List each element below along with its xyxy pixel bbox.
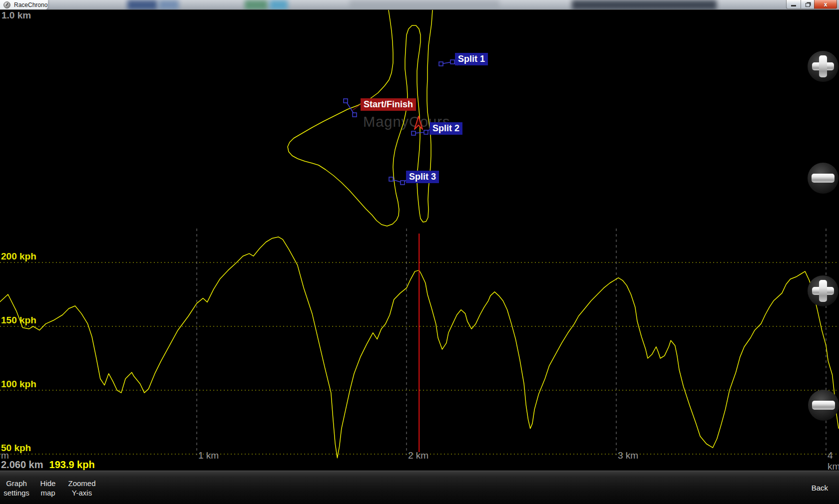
titlebar-blur-decor: [270, 0, 288, 10]
window-controls: x: [786, 0, 837, 9]
split-1-marker-handle-1[interactable]: [450, 60, 454, 64]
titlebar-blur-decor: [159, 0, 179, 10]
close-icon: x: [824, 1, 828, 8]
graph-plus-button[interactable]: [808, 275, 839, 306]
hide-map-label-line1: Hide: [40, 479, 56, 488]
start-finish-label[interactable]: Start/Finish: [361, 98, 416, 111]
graph-minus-button[interactable]: [808, 390, 839, 421]
split-1-label[interactable]: Split 1: [455, 53, 488, 65]
minimize-icon: [791, 5, 796, 6]
split-2-marker-handle-1[interactable]: [424, 130, 428, 134]
titlebar-blur-decor: [350, 0, 499, 10]
y-axis-label-150: 150 kph: [1, 315, 36, 326]
x-axis-label-1km: 1 km: [198, 450, 219, 461]
x-axis-label-4km: 4 km: [828, 450, 839, 472]
plus-icon: [819, 280, 827, 302]
zoomed-y-axis-label-line2: Y-axis: [72, 488, 92, 498]
map-minus-button[interactable]: [808, 163, 839, 194]
window-title: RaceChrono: [14, 1, 47, 8]
split-3-marker-handle-1[interactable]: [401, 181, 405, 185]
minus-icon: [812, 401, 835, 410]
minus-icon: [812, 174, 835, 183]
restore-icon: [806, 3, 810, 7]
hide-map-label-line2: map: [40, 488, 55, 498]
graph-settings-label-line2: settings: [3, 488, 29, 498]
graph-settings-button[interactable]: Graph settings: [0, 471, 33, 504]
status-speed: 193.9 kph: [49, 459, 95, 471]
restore-button[interactable]: [801, 0, 814, 9]
hide-map-button[interactable]: Hide map: [33, 471, 63, 504]
x-axis-label-3km: 3 km: [618, 450, 638, 461]
y-axis-label-200: 200 kph: [1, 251, 36, 262]
current-position-arrow-icon: [415, 116, 422, 129]
graph-settings-label-line1: Graph: [6, 479, 27, 488]
start-finish-marker-handle-0[interactable]: [344, 99, 348, 103]
minimize-button[interactable]: [786, 0, 801, 9]
start-finish-marker-handle-1[interactable]: [353, 113, 357, 117]
close-button[interactable]: x: [814, 0, 837, 9]
y-axis-label-100: 100 kph: [1, 379, 36, 390]
split-2-marker-handle-0[interactable]: [412, 131, 416, 135]
map-plus-button[interactable]: [808, 51, 839, 82]
back-button[interactable]: Back: [812, 471, 828, 504]
bottom-toolbar: Graph settings Hide map Zoomed Y-axis Ba…: [0, 471, 839, 504]
titlebar-blur-decor: [127, 0, 157, 10]
back-label: Back: [812, 484, 828, 492]
split-1-marker-handle-0[interactable]: [439, 62, 443, 66]
split-3-marker-handle-0[interactable]: [389, 177, 393, 181]
track-outline: [288, 10, 432, 226]
x-axis-label-2km: 2 km: [408, 450, 428, 461]
racechrono-window: RaceChrono x MagnyCours: [0, 0, 839, 504]
status-distance: 2.060 km: [1, 459, 43, 471]
split-2-label[interactable]: Split 2: [429, 122, 462, 135]
map-and-graph-canvas[interactable]: [0, 0, 839, 504]
zoomed-y-axis-label-line1: Zoomed: [68, 479, 95, 488]
status-line: 2.060 km 193.9 kph: [1, 459, 95, 471]
map-scale-label: 1.0 km: [1, 10, 31, 21]
plus-icon: [819, 55, 827, 77]
zoomed-y-axis-button[interactable]: Zoomed Y-axis: [63, 471, 101, 504]
titlebar-blur-decor: [245, 0, 268, 10]
split-3-label[interactable]: Split 3: [406, 171, 439, 183]
title-bar[interactable]: RaceChrono x: [0, 0, 839, 10]
titlebar-blur-decor: [572, 0, 717, 10]
app-icon[interactable]: [3, 1, 10, 8]
